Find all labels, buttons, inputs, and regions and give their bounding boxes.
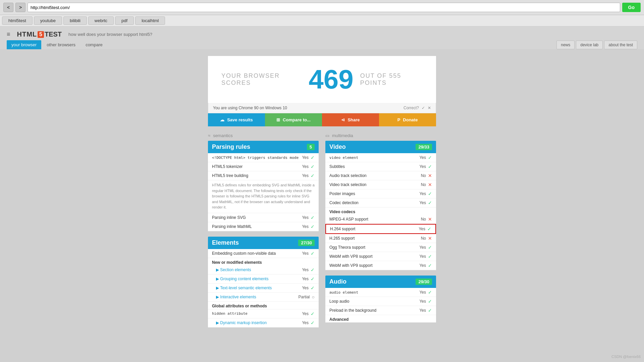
feature-name: Parsing inline SVG [212,215,302,220]
table-row: Parsing inline SVG Yes ✓ [208,213,319,222]
feature-value: Yes [419,290,426,295]
donate-button[interactable]: P Donate [379,113,436,126]
bookmark-youtube[interactable]: youtube [34,16,62,25]
no-icon: ✕ [428,217,432,222]
correct-label: Correct? [404,106,419,110]
feature-name: hidden attribute [212,311,302,316]
nav-device-lab[interactable]: device lab [576,41,603,49]
feature-name: Codec detection [329,200,419,205]
feature-value: Yes [419,263,426,268]
bookmarks-bar: html5test youtube bilibili webrtc pdf lo… [0,15,644,26]
table-row: H.265 support No ✕ [325,234,436,243]
compare-button[interactable]: ⊞ Compare to... [265,113,322,126]
feature-name[interactable]: ▶ Interactive elements [212,295,299,299]
bookmark-pdf[interactable]: pdf [115,16,134,25]
save-icon: ☁ [220,117,224,122]
score-number: 469 [309,66,353,93]
feature-name[interactable]: ▶ Section elements [212,267,302,272]
tab-compare[interactable]: compare [81,40,107,49]
table-row: ▶ Section elements Yes ✓ [208,265,319,275]
bookmark-bilibili[interactable]: bilibili [63,16,87,25]
correct-check[interactable]: ✓ [422,106,425,110]
feature-value: Yes [302,155,309,160]
video-features: video element Yes ✓ Subtitles Yes ✓ Audi… [325,153,436,270]
video-title-bar: Video 29/33 [325,141,436,153]
table-row: Codec detection Yes ✓ [325,198,436,207]
yes-icon: ✓ [428,164,432,169]
correct-close[interactable]: ✕ [428,106,431,110]
logo-html-text: HTML [17,31,37,38]
yes-icon: ✓ [428,245,432,250]
video-track-selection-row: Video track selection No ✕ [325,180,436,189]
feature-value: Yes [302,215,309,220]
compare-icon: ⊞ [276,117,280,122]
table-row: ▶ Dynamic markup insertion Yes ✓ [208,318,319,327]
table-row: Audio track selection No ✕ [325,171,436,180]
subsection-header: New or modified elements [208,258,319,265]
yes-icon: ✓ [311,224,315,229]
logo: HTML 5 TEST [17,31,62,38]
feature-name[interactable]: ▶ Grouping content elements [212,277,302,281]
video-title: Video [329,143,346,150]
feature-value: Yes [419,299,426,304]
feature-value: Yes [419,164,426,169]
yes-icon: ✓ [311,285,315,291]
feature-name: Parsing inline MathML [212,224,302,229]
table-row: MPEG-4 ASP support No ✕ [325,215,436,224]
feature-name[interactable]: ▶ Text-level semantic elements [212,286,302,290]
yes-icon: ✓ [311,251,315,256]
left-column: ≈ semantics Parsing rules 5 <!DOCTYPE ht… [208,133,319,333]
share-label: Share [347,117,360,122]
site-header: ≡ HTML 5 TEST how well does your browser… [0,26,644,49]
feature-name: WebM with VP8 support [329,254,419,259]
save-results-button[interactable]: ☁ Save results [208,113,265,126]
compare-label: Compare to... [283,117,311,122]
go-button[interactable]: Go [622,3,641,12]
two-col-layout: ≈ semantics Parsing rules 5 <!DOCTYPE ht… [208,133,436,333]
bookmark-html5test[interactable]: html5test [2,16,33,25]
feature-value: Yes [302,164,309,169]
tab-your-browser[interactable]: your browser [7,40,41,49]
yes-icon: ✓ [311,320,315,325]
forward-button[interactable]: > [15,3,25,12]
yes-icon: ✓ [428,299,432,304]
feature-name: Ogg Theora support [329,245,419,250]
yes-icon: ✓ [428,191,432,196]
share-icon: ⊲ [341,117,345,122]
feature-value: Yes [419,200,426,205]
semantics-section-header: ≈ semantics [208,133,319,138]
table-row: Preload in the background Yes ✓ [325,306,436,315]
nav-news[interactable]: news [556,41,575,49]
feature-name: Preload in the background [329,308,419,313]
yes-icon: ✓ [311,311,315,316]
bookmark-webrtc[interactable]: webrtc [88,16,114,25]
share-button[interactable]: ⊲ Share [322,113,379,126]
hamburger-menu[interactable]: ≡ [7,31,10,38]
multimedia-icon: ▭ [325,133,329,138]
url-bar[interactable] [28,3,620,12]
tab-other-browsers[interactable]: other browsers [42,40,80,49]
table-row: ▶ Grouping content elements Yes ✓ [208,275,319,284]
feature-name: HTML5 tokenizer [212,164,302,169]
feature-name: Embedding custom non-visible data [212,251,302,256]
semantics-label: semantics [213,133,233,138]
elements-features: Embedding custom non-visible data Yes ✓ … [208,249,319,327]
yes-icon: ✓ [311,267,315,273]
table-row: audio element Yes ✓ [325,288,436,297]
feature-value: Yes [302,224,309,229]
bookmark-localhtml[interactable]: localhtml [135,16,165,25]
table-row: ▶ Text-level semantic elements Yes ✓ [208,284,319,293]
feature-name[interactable]: ▶ Dynamic markup insertion [212,320,302,325]
feature-value: Yes [419,227,425,231]
nav-right: news device lab about the test [556,41,637,49]
multimedia-label: multimedia [332,133,353,138]
table-row: Poster images Yes ✓ [325,189,436,198]
h264-row: H.264 support Yes ✓ [325,224,436,234]
feature-name: WebM with VP9 support [329,263,419,268]
browser-info-text: You are using Chrome 90 on Windows 10 [213,106,287,110]
back-button[interactable]: < [3,3,13,12]
nav-about-test[interactable]: about the test [604,41,637,49]
logo-5-badge: 5 [38,31,44,38]
table-row: <!DOCTYPE html> triggers standards mode … [208,153,319,162]
video-codecs-header: Video codecs [325,207,436,215]
